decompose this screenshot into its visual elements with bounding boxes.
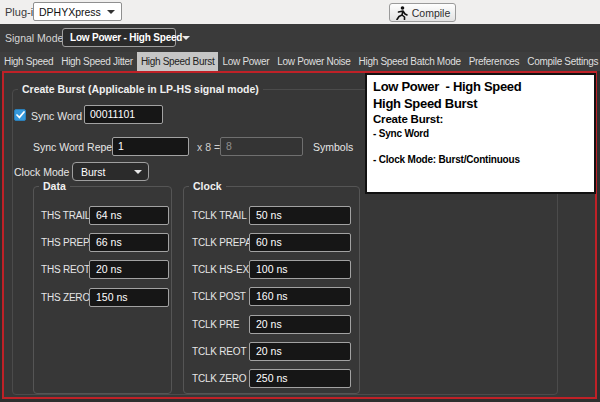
tab-low-power-noise[interactable]: Low Power Noise	[273, 52, 354, 71]
table-row: THS PREPARE 66 ns	[34, 233, 171, 252]
table-row: THS REOT 20 ns	[34, 260, 171, 279]
check-icon	[16, 111, 25, 119]
plugin-dropdown-value: DPHYXpress	[34, 6, 107, 18]
sync-word-checkbox[interactable]	[14, 109, 26, 121]
ths-trail-input[interactable]: 64 ns	[89, 206, 169, 225]
tab-help-info-box: Low Power - High Speed High Speed Burst …	[365, 73, 596, 194]
tclk-trail-input[interactable]: 50 ns	[249, 206, 351, 225]
signal-mode-dropdown-value: Low Power - High Speed	[63, 32, 182, 43]
plugin-dropdown[interactable]: DPHYXpress	[33, 2, 122, 21]
clock-group-legend: Clock	[189, 180, 226, 192]
clock-mode-label: Clock Mode	[14, 166, 69, 178]
table-row: TCLK PREPARE 60 ns	[184, 233, 359, 252]
top-toolbar: Plug-in: DPHYXpress Compile	[0, 0, 600, 24]
chevron-down-icon	[134, 170, 142, 174]
tab-compile-settings[interactable]: Compile Settings	[523, 52, 600, 71]
info-line: - Clock Mode: Burst/Continuous	[373, 153, 594, 166]
tclk-prepare-input[interactable]: 60 ns	[249, 233, 351, 252]
table-row: TCLK ZERO 250 ns	[184, 369, 359, 388]
info-line: High Speed Burst	[373, 95, 594, 112]
ths-zero-input[interactable]: 150 ns	[89, 288, 169, 307]
data-group-legend: Data	[39, 180, 70, 192]
tclk-pre-label: TCLK PRE	[192, 319, 239, 330]
table-row: TCLK TRAIL 50 ns	[184, 206, 359, 225]
chevron-down-icon	[107, 10, 115, 14]
tab-preferences[interactable]: Preferences	[465, 52, 524, 71]
tclk-reot-input[interactable]: 20 ns	[249, 342, 351, 361]
tclk-post-input[interactable]: 160 ns	[249, 287, 351, 306]
compile-button[interactable]: Compile	[389, 3, 456, 22]
symbols-unit-label: Symbols	[313, 141, 353, 153]
tclk-zero-label: TCLK ZERO	[192, 373, 246, 384]
ths-zero-label: THS ZERO	[41, 292, 90, 303]
tclk-hs-exit-input[interactable]: 100 ns	[249, 260, 351, 279]
table-row: TCLK REOT 20 ns	[184, 342, 359, 361]
clock-timing-group: Clock TCLK TRAIL 50 ns TCLK PREPARE 60 n…	[183, 186, 360, 394]
tab-high-speed-batch-mode[interactable]: High Speed Batch Mode	[355, 52, 465, 71]
signal-mode-label: Signal Mode:	[5, 32, 66, 44]
tclk-reot-label: TCLK REOT	[192, 346, 246, 357]
info-line: Create Burst:	[373, 112, 594, 127]
info-line-spacer	[373, 140, 594, 153]
sync-word-input[interactable]: 00011101	[84, 105, 163, 124]
table-row: THS ZERO 150 ns	[34, 288, 171, 307]
tab-high-speed-jitter[interactable]: High Speed Jitter	[57, 52, 137, 71]
ths-trail-label: THS TRAIL	[41, 210, 90, 221]
info-line: Low Power - High Speed	[373, 78, 594, 95]
tclk-trail-label: TCLK TRAIL	[192, 210, 247, 221]
symbols-computed-field: 8	[220, 137, 303, 156]
compile-run-icon	[395, 6, 408, 20]
tab-high-speed-burst[interactable]: High Speed Burst	[137, 52, 219, 71]
signal-mode-bar: Signal Mode: Low Power - High Speed	[0, 24, 600, 52]
sync-word-label: Sync Word	[31, 110, 82, 122]
table-row: TCLK POST 160 ns	[184, 287, 359, 306]
sync-word-repeat-input[interactable]: 1	[112, 137, 189, 156]
tclk-zero-input[interactable]: 250 ns	[249, 369, 351, 388]
clock-mode-dropdown-value: Burst	[73, 166, 134, 178]
clock-mode-dropdown[interactable]: Burst	[72, 162, 149, 181]
info-line: - Sync Word	[373, 127, 594, 140]
ths-prepare-input[interactable]: 66 ns	[89, 233, 169, 252]
repeat-multiplier-label: x 8 =	[197, 141, 220, 153]
table-row: TCLK PRE 20 ns	[184, 315, 359, 334]
tclk-pre-input[interactable]: 20 ns	[249, 315, 351, 334]
data-timing-group: Data THS TRAIL 64 ns THS PREPARE 66 ns T…	[33, 186, 172, 394]
ths-reot-input[interactable]: 20 ns	[89, 260, 169, 279]
table-row: TCLK HS-EXIT 100 ns	[184, 260, 359, 279]
tclk-hs-exit-label: TCLK HS-EXIT	[192, 264, 257, 275]
ths-reot-label: THS REOT	[41, 264, 90, 275]
signal-mode-dropdown[interactable]: Low Power - High Speed	[62, 28, 176, 47]
tab-bar: High Speed High Speed Jitter High Speed …	[0, 52, 600, 71]
create-burst-group-legend: Create Burst (Applicable in LP-HS signal…	[18, 83, 263, 95]
table-row: THS TRAIL 64 ns	[34, 206, 171, 225]
sync-word-repeat-label: Sync Word Repeat	[33, 141, 121, 153]
tab-low-power[interactable]: Low Power	[218, 52, 273, 71]
compile-button-label: Compile	[412, 7, 451, 19]
high-speed-burst-panel: Create Burst (Applicable in LP-HS signal…	[2, 71, 597, 399]
tab-high-speed[interactable]: High Speed	[0, 52, 57, 71]
tclk-post-label: TCLK POST	[192, 291, 246, 302]
chevron-down-icon	[182, 36, 190, 40]
